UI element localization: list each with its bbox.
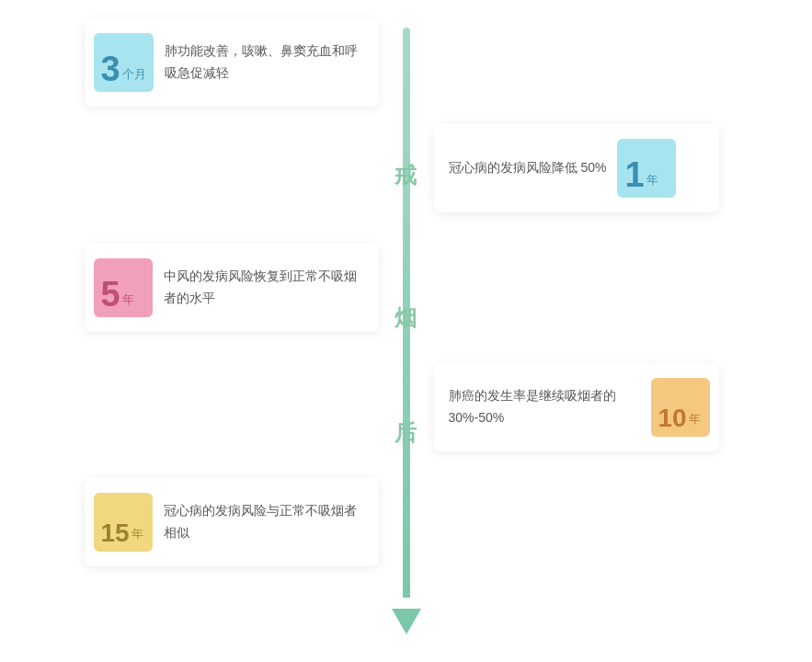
number-1year: 1 — [624, 157, 644, 192]
number-15year: 15 — [101, 520, 130, 546]
card-15year: 15 年 冠心病的发病风险与正常不吸烟者相似 — [85, 478, 379, 566]
card-3month: 3 个月 肺功能改善，咳嗽、鼻窦充血和呼吸急促减轻 — [85, 18, 379, 107]
number-5year: 5 — [101, 277, 120, 312]
center-label-smoke: 烟 — [395, 303, 418, 333]
text-10year: 肺癌的发生率是继续吸烟者的 30%-50% — [449, 385, 640, 429]
text-3month: 肺功能改善，咳嗽、鼻窦充血和呼吸急促减轻 — [165, 40, 364, 85]
badge-5year: 5 年 — [94, 258, 153, 317]
unit-10year: 年 — [689, 411, 701, 428]
center-label-after: 后 — [395, 418, 418, 448]
unit-15year: 年 — [132, 526, 143, 542]
unit-3month: 个月 — [122, 66, 146, 83]
card-5year: 5 年 中风的发病风险恢复到正常不吸烟者的水平 — [85, 244, 379, 332]
text-5year: 中风的发病风险恢复到正常不吸烟者的水平 — [164, 266, 364, 310]
unit-5year: 年 — [122, 291, 134, 308]
timeline-arrow — [392, 609, 421, 634]
badge-15year: 15 年 — [94, 493, 153, 552]
number-10year: 10 — [658, 405, 687, 431]
text-1year: 冠心病的发病风险降低 50% — [449, 157, 607, 179]
card-1year: 冠心病的发病风险降低 50% 1 年 — [434, 124, 719, 212]
number-3month: 3 — [101, 51, 120, 86]
unit-1year: 年 — [646, 172, 658, 188]
main-container: 戒 烟 后 3 个月 肺功能改善，咳嗽、鼻窦充血和呼吸急促减轻 5 年 中风的发… — [0, 0, 812, 662]
card-10year: 肺癌的发生率是继续吸烟者的 30%-50% 10 年 — [434, 363, 719, 451]
center-label-quit: 戒 — [395, 161, 418, 190]
badge-10year: 10 年 — [651, 378, 710, 437]
text-15year: 冠心病的发病风险与正常不吸烟者相似 — [164, 500, 364, 544]
badge-3month: 3 个月 — [94, 33, 154, 92]
badge-1year: 1 年 — [617, 139, 676, 198]
